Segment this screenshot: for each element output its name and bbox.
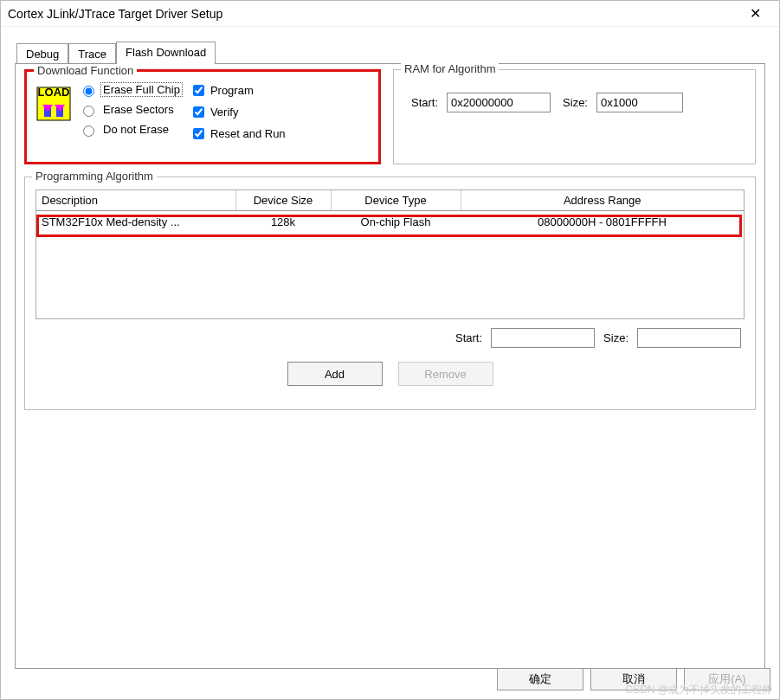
- dialog-footer: 确定 取消 应用(A): [497, 668, 770, 690]
- prog-legend: Programming Algorithm: [32, 170, 157, 183]
- radio-erase-full-chip[interactable]: Erase Full Chip: [79, 82, 183, 97]
- cancel-button[interactable]: 取消: [590, 668, 677, 690]
- radio-erase-sectors[interactable]: Erase Sectors: [79, 102, 183, 117]
- col-device-type[interactable]: Device Type: [331, 190, 461, 211]
- tab-debug[interactable]: Debug: [16, 43, 68, 64]
- load-icon: LOAD: [35, 86, 72, 122]
- cell-device-type: On-chip Flash: [331, 211, 461, 234]
- tab-flash-download[interactable]: Flash Download: [116, 42, 216, 64]
- prog-start-label: Start:: [455, 331, 482, 344]
- cell-description: STM32F10x Med-density ...: [36, 211, 235, 234]
- client-area: Debug Trace Flash Download Download Func…: [1, 27, 779, 683]
- prog-start-input[interactable]: [491, 328, 595, 348]
- table-row[interactable]: STM32F10x Med-density ... 128k On-chip F…: [36, 211, 744, 234]
- radio-do-not-erase[interactable]: Do not Erase: [79, 122, 183, 137]
- cell-device-size: 128k: [235, 211, 331, 234]
- prog-size-label: Size:: [603, 331, 629, 344]
- add-button[interactable]: Add: [287, 362, 383, 386]
- download-function-legend: Download Function: [34, 64, 137, 77]
- check-reset-and-run[interactable]: Reset and Run: [190, 125, 286, 142]
- algorithm-table[interactable]: Description Device Size Device Type Addr…: [35, 189, 745, 319]
- tab-trace[interactable]: Trace: [68, 43, 116, 64]
- prog-size-input[interactable]: [637, 328, 741, 348]
- svg-text:LOAD: LOAD: [38, 86, 70, 99]
- col-description[interactable]: Description: [36, 190, 235, 211]
- close-icon[interactable]: ✕: [738, 5, 772, 22]
- remove-button[interactable]: Remove: [398, 362, 493, 386]
- ram-for-algorithm-group: RAM for Algorithm Start: Size:: [393, 69, 756, 164]
- table-header-row: Description Device Size Device Type Addr…: [36, 190, 744, 211]
- ram-start-input[interactable]: [447, 93, 551, 112]
- window-title: Cortex JLink/JTrace Target Driver Setup: [8, 7, 738, 21]
- check-verify[interactable]: Verify: [190, 104, 286, 120]
- tab-strip: Debug Trace Flash Download: [16, 41, 765, 63]
- ok-button[interactable]: 确定: [497, 668, 583, 690]
- col-device-size[interactable]: Device Size: [235, 190, 331, 211]
- col-address-range[interactable]: Address Range: [461, 190, 744, 211]
- programming-algorithm-group: Programming Algorithm Description Device…: [24, 177, 756, 410]
- download-function-group: Download Function LOAD Erase Full Chip: [24, 69, 381, 164]
- apply-button[interactable]: 应用(A): [684, 668, 770, 690]
- ram-legend: RAM for Algorithm: [401, 62, 499, 75]
- ram-size-input[interactable]: [596, 93, 683, 112]
- ram-size-label: Size:: [563, 96, 588, 109]
- driver-setup-dialog: Cortex JLink/JTrace Target Driver Setup …: [0, 0, 780, 700]
- tab-panel-flash: Download Function LOAD Erase Full Chip: [15, 63, 765, 669]
- titlebar: Cortex JLink/JTrace Target Driver Setup …: [1, 1, 779, 27]
- cell-address-range: 08000000H - 0801FFFFH: [461, 211, 744, 234]
- ram-start-label: Start:: [411, 96, 438, 109]
- check-program[interactable]: Program: [190, 82, 286, 99]
